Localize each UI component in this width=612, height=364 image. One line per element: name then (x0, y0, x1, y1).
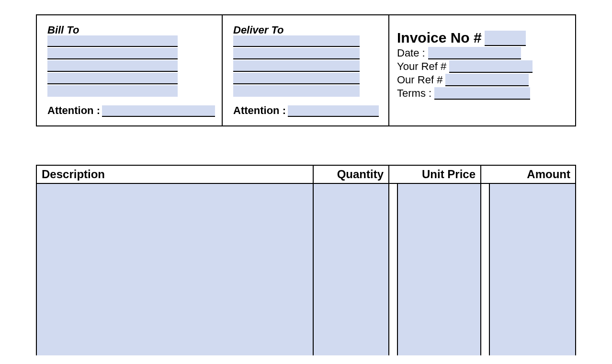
deliver-to-attention-field[interactable] (288, 105, 379, 117)
bill-to-line-5[interactable] (47, 85, 178, 97)
line-items-header: Description Quantity Unit Price Amount (37, 166, 575, 184)
your-ref-field[interactable] (449, 60, 533, 73)
bill-to-attention-label: Attention : (47, 104, 100, 117)
bill-to-line-4[interactable] (47, 73, 178, 84)
our-ref-field[interactable] (445, 74, 529, 86)
date-label: Date : (397, 47, 425, 59)
bill-to-section: Bill To Attention : (37, 15, 223, 125)
date-field[interactable] (428, 47, 521, 59)
invoice-no-field[interactable] (485, 31, 526, 46)
deliver-to-line-3[interactable] (233, 60, 360, 72)
deliver-to-title: Deliver To (233, 24, 284, 36)
bill-to-attention-field[interactable] (102, 105, 215, 117)
deliver-to-section: Deliver To Attention : (223, 15, 389, 125)
your-ref-label: Your Ref # (397, 60, 446, 73)
line-items-table: Description Quantity Unit Price Amount (36, 165, 576, 355)
col-header-unit-price: Unit Price (389, 166, 481, 183)
bill-to-title: Bill To (47, 24, 79, 36)
terms-field[interactable] (434, 87, 530, 100)
col-header-description: Description (37, 166, 314, 183)
col-header-quantity: Quantity (314, 166, 389, 183)
deliver-to-line-4[interactable] (233, 73, 360, 84)
invoice-no-label: Invoice No # (397, 30, 482, 46)
amount-cell[interactable] (490, 184, 575, 355)
deliver-to-attention-label: Attention : (233, 104, 286, 117)
invoice-header: Bill To Attention : Deliver To Attention… (36, 14, 576, 126)
gap (481, 184, 490, 355)
invoice-meta-section: Invoice No # Date : Your Ref # Our Ref #… (389, 15, 575, 125)
bill-to-line-1[interactable] (47, 35, 178, 47)
quantity-cell[interactable] (314, 184, 389, 355)
line-items-body (37, 184, 575, 355)
deliver-to-line-5[interactable] (233, 85, 360, 97)
our-ref-label: Our Ref # (397, 74, 442, 86)
description-cell[interactable] (37, 184, 314, 355)
unit-price-cell[interactable] (398, 184, 481, 355)
col-header-amount: Amount (481, 166, 575, 183)
bill-to-line-2[interactable] (47, 48, 178, 59)
bill-to-line-3[interactable] (47, 60, 178, 72)
gap (389, 184, 398, 355)
deliver-to-line-2[interactable] (233, 48, 360, 59)
terms-label: Terms : (397, 87, 431, 100)
deliver-to-line-1[interactable] (233, 35, 360, 47)
